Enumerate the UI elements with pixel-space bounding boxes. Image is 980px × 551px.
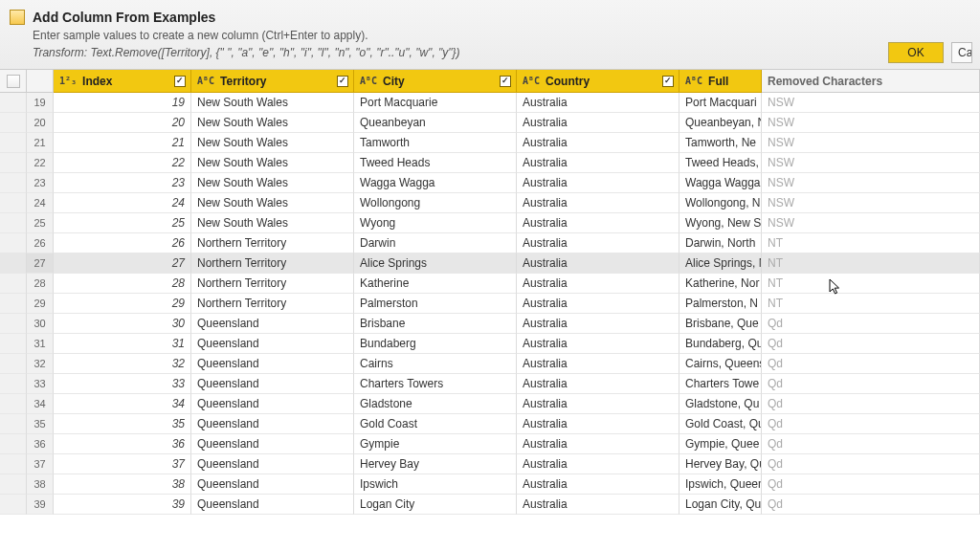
cell-country[interactable]: Australia [517, 153, 679, 173]
cell-city[interactable]: Wollongong [354, 193, 517, 213]
cell-country[interactable]: Australia [517, 193, 679, 213]
cell-removed[interactable]: NT [762, 233, 980, 253]
cell-city[interactable]: Bundaberg [354, 334, 517, 354]
filter-icon[interactable]: ✓ [500, 76, 511, 87]
cell-country[interactable]: Australia [517, 414, 679, 434]
cell-city[interactable]: Katherine [354, 274, 517, 294]
cell-removed[interactable]: NSW [762, 213, 980, 233]
cell-city[interactable]: Brisbane [354, 314, 517, 334]
cell-territory[interactable]: Queensland [191, 474, 354, 495]
cell-country[interactable]: Australia [517, 334, 679, 354]
cell-city[interactable]: Alice Springs [354, 253, 517, 274]
cell-country[interactable]: Australia [517, 454, 679, 474]
cell-country[interactable]: Australia [517, 314, 679, 334]
cell-full[interactable]: Bundaberg, Qu [679, 334, 762, 354]
cell-city[interactable]: Gympie [354, 434, 517, 454]
cell-country[interactable]: Australia [517, 274, 679, 294]
cell-territory[interactable]: New South Wales [191, 93, 354, 113]
cell-territory[interactable]: Queensland [191, 454, 354, 474]
cell-territory[interactable]: Queensland [191, 414, 354, 434]
cell-removed[interactable]: Qd [762, 394, 980, 414]
table-row[interactable]: 2626Northern TerritoryDarwinAustraliaDar… [0, 233, 980, 253]
cell-country[interactable]: Australia [517, 394, 679, 414]
cell-full[interactable]: Alice Springs, N [679, 253, 762, 274]
cell-index[interactable]: 36 [54, 434, 191, 454]
cell-territory[interactable]: New South Wales [191, 153, 354, 173]
cell-index[interactable]: 32 [54, 354, 191, 374]
cell-city[interactable]: Tamworth [354, 133, 517, 153]
cell-full[interactable]: Hervey Bay, Qu [679, 454, 762, 474]
cell-removed[interactable]: Qd [762, 314, 980, 334]
cell-index[interactable]: 27 [54, 253, 191, 274]
cell-full[interactable]: Charters Towe [679, 374, 762, 394]
cancel-button[interactable]: Cancel [951, 42, 972, 63]
cell-index[interactable]: 34 [54, 394, 191, 414]
cell-removed[interactable]: Qd [762, 334, 980, 354]
cell-country[interactable]: Australia [517, 93, 679, 113]
cell-full[interactable]: Darwin, North [679, 233, 762, 253]
cell-removed[interactable]: NT [762, 274, 980, 294]
cell-full[interactable]: Cairns, Queens [679, 354, 762, 374]
cell-full[interactable]: Gold Coast, Qu [679, 414, 762, 434]
col-header-country[interactable]: AᴮC Country ✓ [517, 70, 679, 93]
data-grid[interactable]: 1²₃ Index ✓ AᴮC Territory ✓ AᴮC City ✓ A… [0, 70, 980, 515]
cell-city[interactable]: Darwin [354, 233, 517, 253]
cell-territory[interactable]: New South Wales [191, 193, 354, 213]
table-row[interactable]: 2323New South WalesWagga WaggaAustraliaW… [0, 173, 980, 193]
cell-removed[interactable]: NSW [762, 173, 980, 193]
cell-removed[interactable]: NSW [762, 93, 980, 113]
cell-country[interactable]: Australia [517, 374, 679, 394]
cell-removed[interactable]: Qd [762, 434, 980, 454]
cell-removed[interactable]: Qd [762, 354, 980, 374]
cell-index[interactable]: 30 [54, 314, 191, 334]
cell-territory[interactable]: Northern Territory [191, 294, 354, 314]
cell-territory[interactable]: Northern Territory [191, 253, 354, 274]
cell-territory[interactable]: Queensland [191, 495, 354, 515]
cell-full[interactable]: Port Macquari [679, 93, 762, 113]
cell-city[interactable]: Logan City [354, 495, 517, 515]
cell-removed[interactable]: Qd [762, 495, 980, 515]
cell-country[interactable]: Australia [517, 294, 679, 314]
cell-territory[interactable]: New South Wales [191, 173, 354, 193]
cell-city[interactable]: Ipswich [354, 474, 517, 495]
cell-index[interactable]: 25 [54, 213, 191, 233]
cell-country[interactable]: Australia [517, 113, 679, 133]
cell-full[interactable]: Wollongong, N [679, 193, 762, 213]
table-row[interactable]: 2424New South WalesWollongongAustraliaWo… [0, 193, 980, 213]
cell-index[interactable]: 19 [54, 93, 191, 113]
cell-full[interactable]: Tamworth, Ne [679, 133, 762, 153]
ok-button[interactable]: OK [888, 42, 944, 63]
cell-full[interactable]: Tweed Heads, [679, 153, 762, 173]
cell-index[interactable]: 22 [54, 153, 191, 173]
cell-city[interactable]: Wyong [354, 213, 517, 233]
cell-removed[interactable]: NSW [762, 133, 980, 153]
table-row[interactable]: 2828Northern TerritoryKatherineAustralia… [0, 274, 980, 294]
cell-index[interactable]: 39 [54, 495, 191, 515]
cell-country[interactable]: Australia [517, 233, 679, 253]
cell-removed[interactable]: Qd [762, 454, 980, 474]
cell-country[interactable]: Australia [517, 253, 679, 274]
cell-full[interactable]: Queanbeyan, N [679, 113, 762, 133]
cell-removed[interactable]: Qd [762, 474, 980, 495]
table-row[interactable]: 3737QueenslandHervey BayAustraliaHervey … [0, 454, 980, 474]
cell-full[interactable]: Wyong, New S [679, 213, 762, 233]
table-row[interactable]: 1919New South WalesPort MacquarieAustral… [0, 93, 980, 113]
cell-city[interactable]: Charters Towers [354, 374, 517, 394]
cell-country[interactable]: Australia [517, 474, 679, 495]
table-row[interactable]: 3232QueenslandCairnsAustraliaCairns, Que… [0, 354, 980, 374]
table-row[interactable]: 3434QueenslandGladstoneAustraliaGladston… [0, 394, 980, 414]
cell-full[interactable]: Gladstone, Qu [679, 394, 762, 414]
table-row[interactable]: 2222New South WalesTweed HeadsAustraliaT… [0, 153, 980, 173]
table-menu-icon[interactable] [0, 70, 27, 93]
cell-territory[interactable]: Queensland [191, 314, 354, 334]
cell-country[interactable]: Australia [517, 213, 679, 233]
col-header-territory[interactable]: AᴮC Territory ✓ [191, 70, 354, 93]
table-row[interactable]: 2121New South WalesTamworthAustraliaTamw… [0, 133, 980, 153]
cell-index[interactable]: 21 [54, 133, 191, 153]
table-row[interactable]: 3838QueenslandIpswichAustraliaIpswich, Q… [0, 474, 980, 495]
table-row[interactable]: 3030QueenslandBrisbaneAustraliaBrisbane,… [0, 314, 980, 334]
cell-city[interactable]: Cairns [354, 354, 517, 374]
cell-territory[interactable]: Northern Territory [191, 233, 354, 253]
cell-territory[interactable]: Queensland [191, 354, 354, 374]
cell-city[interactable]: Tweed Heads [354, 153, 517, 173]
